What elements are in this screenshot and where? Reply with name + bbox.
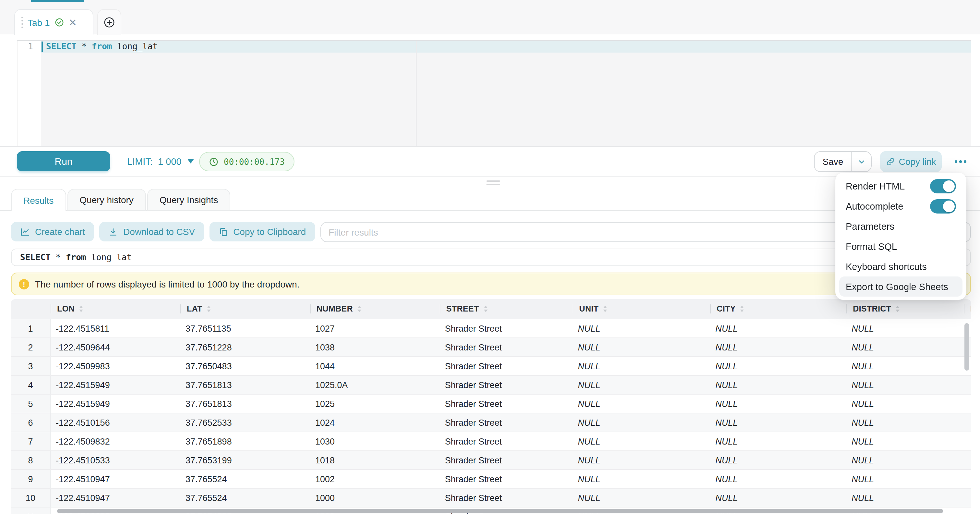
table-cell[interactable]: NULL: [573, 470, 710, 488]
menu-item-keyboard-shortcuts[interactable]: Keyboard shortcuts: [839, 256, 963, 276]
table-cell[interactable]: NULL: [846, 338, 964, 356]
row-number-cell[interactable]: 4: [11, 376, 51, 394]
table-cell[interactable]: NULL: [846, 394, 964, 413]
table-cell[interactable]: -122.4510156: [51, 413, 180, 432]
table-cell[interactable]: NULL: [710, 413, 846, 432]
row-number-cell[interactable]: 7: [11, 432, 51, 450]
download-csv-button[interactable]: Download to CSV: [99, 222, 204, 241]
sql-editor[interactable]: 1 SELECT * from long_lat: [17, 40, 971, 146]
table-cell[interactable]: NULL: [846, 489, 964, 507]
table-cell[interactable]: [964, 376, 971, 394]
table-cell[interactable]: -122.4509832: [51, 432, 180, 450]
sort-arrows-icon[interactable]: [357, 306, 361, 312]
table-cell[interactable]: -122.4515949: [51, 376, 180, 394]
table-cell[interactable]: [964, 413, 971, 432]
table-cell[interactable]: NULL: [573, 394, 710, 413]
table-row[interactable]: 3-122.450998337.76504831044Shrader Stree…: [11, 357, 971, 376]
table-cell[interactable]: 37.765524: [180, 470, 310, 488]
table-cell[interactable]: NULL: [710, 319, 846, 337]
table-cell[interactable]: NULL: [573, 432, 710, 450]
copy-to-clipboard-button[interactable]: Copy to Clipboard: [209, 222, 315, 241]
sort-arrows-icon[interactable]: [896, 306, 900, 312]
table-cell[interactable]: 1030: [310, 432, 440, 450]
table-cell[interactable]: 1038: [310, 338, 440, 356]
table-cell[interactable]: Shrader Street: [440, 432, 573, 450]
save-options-button[interactable]: [851, 152, 871, 171]
create-chart-button[interactable]: Create chart: [11, 222, 94, 241]
column-header-street[interactable]: STREET: [440, 299, 573, 319]
row-number-cell[interactable]: 8: [11, 451, 51, 469]
more-options-button[interactable]: [950, 151, 972, 172]
table-cell[interactable]: NULL: [573, 338, 710, 356]
sort-arrows-icon[interactable]: [207, 306, 211, 312]
table-cell[interactable]: 37.765524: [180, 489, 310, 507]
column-header-city[interactable]: CITY: [710, 299, 846, 319]
table-cell[interactable]: 1018: [310, 451, 440, 469]
new-tab-button[interactable]: [97, 9, 121, 35]
table-cell[interactable]: NULL: [573, 451, 710, 469]
table-cell[interactable]: 37.7651813: [180, 376, 310, 394]
table-cell[interactable]: 37.7651228: [180, 338, 310, 356]
table-cell[interactable]: NULL: [846, 470, 964, 488]
sql-code-line[interactable]: SELECT * from long_lat: [46, 41, 158, 53]
save-button[interactable]: Save: [815, 152, 851, 171]
table-row[interactable]: 9-122.451094737.7655241002Shrader Street…: [11, 470, 971, 489]
table-cell[interactable]: NULL: [573, 376, 710, 394]
table-cell[interactable]: NULL: [846, 357, 964, 375]
table-cell[interactable]: -122.4510947: [51, 489, 180, 507]
table-row[interactable]: 8-122.451053337.76531991018Shrader Stree…: [11, 451, 971, 470]
table-cell[interactable]: NULL: [710, 432, 846, 450]
limit-dropdown[interactable]: LIMIT: 1 000: [127, 147, 194, 176]
tab-query-insights[interactable]: Query Insights: [147, 189, 231, 211]
tab-close-icon[interactable]: ✕: [69, 18, 77, 27]
table-cell[interactable]: 1000: [310, 489, 440, 507]
table-cell[interactable]: Shrader Street: [440, 357, 573, 375]
sort-arrows-icon[interactable]: [484, 306, 487, 312]
table-cell[interactable]: Shrader Street: [440, 489, 573, 507]
table-cell[interactable]: [964, 451, 971, 469]
tab-query-1[interactable]: Tab 1 ✕: [14, 9, 93, 35]
table-cell[interactable]: -122.4510533: [51, 451, 180, 469]
table-cell[interactable]: NULL: [710, 338, 846, 356]
horizontal-scrollbar[interactable]: [57, 509, 943, 513]
tab-results[interactable]: Results: [11, 189, 66, 212]
table-cell[interactable]: 1002: [310, 470, 440, 488]
menu-item-parameters[interactable]: Parameters: [839, 216, 963, 236]
row-number-cell[interactable]: 5: [11, 394, 51, 413]
panel-resize-handle[interactable]: [487, 180, 500, 186]
table-cell[interactable]: 1025.0A: [310, 376, 440, 394]
table-cell[interactable]: 37.7652533: [180, 413, 310, 432]
table-cell[interactable]: NULL: [710, 357, 846, 375]
column-header-re[interactable]: RE: [964, 299, 971, 319]
table-cell[interactable]: NULL: [573, 357, 710, 375]
menu-item-format-sql[interactable]: Format SQL: [839, 236, 963, 256]
table-row[interactable]: 4-122.451594937.76518131025.0AShrader St…: [11, 376, 971, 394]
table-cell[interactable]: Shrader Street: [440, 470, 573, 488]
table-cell[interactable]: NULL: [710, 376, 846, 394]
tab-query-history[interactable]: Query history: [67, 189, 146, 211]
menu-item-autocomplete[interactable]: Autocomplete: [839, 196, 963, 216]
table-row[interactable]: 10-122.451094737.7655241000Shrader Stree…: [11, 489, 971, 508]
column-header-lon[interactable]: LON: [51, 299, 180, 319]
row-number-cell[interactable]: 11: [11, 508, 51, 514]
sort-arrows-icon[interactable]: [603, 306, 607, 312]
table-cell[interactable]: 37.7650483: [180, 357, 310, 375]
table-cell[interactable]: [964, 394, 971, 413]
vertical-scrollbar[interactable]: [964, 323, 969, 370]
copy-link-button[interactable]: Copy link: [880, 151, 942, 172]
table-cell[interactable]: 37.7653199: [180, 451, 310, 469]
menu-item-export-to-google-sheets[interactable]: Export to Google Sheets: [839, 276, 963, 297]
toggle-switch-on[interactable]: [930, 199, 956, 213]
table-cell[interactable]: NULL: [573, 319, 710, 337]
row-number-cell[interactable]: 3: [11, 357, 51, 375]
table-cell[interactable]: 1044: [310, 357, 440, 375]
table-cell[interactable]: NULL: [846, 451, 964, 469]
table-cell[interactable]: Shrader Street: [440, 376, 573, 394]
table-cell[interactable]: NULL: [710, 470, 846, 488]
table-cell[interactable]: -122.4509983: [51, 357, 180, 375]
column-header-district[interactable]: DISTRICT: [846, 299, 964, 319]
table-cell[interactable]: -122.4510947: [51, 470, 180, 488]
table-cell[interactable]: Shrader Street: [440, 413, 573, 432]
column-header-unit[interactable]: UNIT: [573, 299, 710, 319]
column-header-number[interactable]: NUMBER: [310, 299, 440, 319]
